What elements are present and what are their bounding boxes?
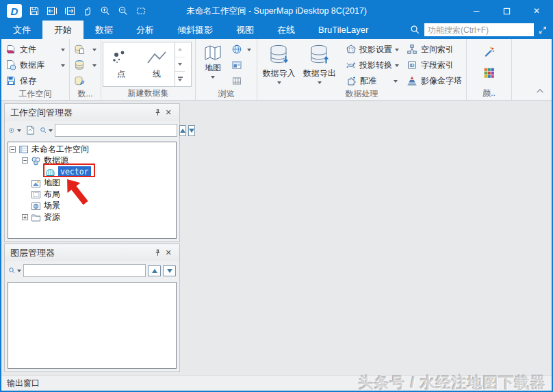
quick-access-toolbar: D: [1, 4, 146, 18]
map-button[interactable]: 地图: [197, 41, 229, 79]
workspace-tree: − 未命名工作空间 − 数据源: [8, 142, 176, 223]
group-workspace: 文件 数据库 保存 工作空间: [1, 39, 70, 100]
point-dataset-icon: [110, 49, 132, 67]
collapse-box[interactable]: −: [22, 157, 28, 164]
projection-convert-button[interactable]: 投影转换: [343, 57, 400, 73]
group-datasets: 数...: [70, 39, 101, 100]
nav-forward-icon: [64, 5, 75, 16]
new-file-datasource-button[interactable]: [71, 42, 99, 57]
dropdown-caret: [61, 64, 65, 67]
layer-search-input[interactable]: [23, 264, 146, 277]
tab-home[interactable]: 开始: [42, 21, 83, 39]
tab-analysis[interactable]: 分析: [125, 21, 166, 39]
nav-forward-button[interactable]: [64, 5, 75, 17]
expand-icon[interactable]: [538, 25, 548, 35]
workspace-panel-titlebar: 工作空间管理器 ✕: [5, 104, 179, 121]
dropdown-caret: [92, 49, 97, 51]
field-index-button[interactable]: ID 字段索引: [404, 57, 465, 73]
projection-convert-icon: [346, 60, 357, 71]
layer-panel-titlebar: 图层管理器 ✕: [5, 244, 179, 261]
spatial-index-button[interactable]: 空间索引: [404, 42, 465, 57]
color-scheme-button[interactable]: [480, 62, 498, 83]
dropdown-caret: [318, 81, 322, 84]
gallery-scroll-down[interactable]: [175, 57, 185, 73]
style-wand-button[interactable]: [480, 42, 498, 62]
expand-box[interactable]: +: [22, 214, 28, 220]
close-panel-icon[interactable]: ✕: [163, 107, 174, 118]
tree-item-workspace-root[interactable]: − 未命名工作空间: [10, 144, 176, 155]
spatial-index-icon: [407, 44, 418, 55]
annotation-highlight-box: [43, 164, 95, 177]
preview-button[interactable]: [25, 125, 36, 137]
save-blue-icon: [5, 75, 17, 87]
datasource-new-icon: [74, 44, 86, 55]
scene-button[interactable]: [229, 42, 254, 57]
tab-file[interactable]: 文件: [1, 21, 42, 39]
move-up-button[interactable]: [179, 125, 186, 136]
magic-wand-icon: [483, 47, 495, 58]
workspace-file-icon: [5, 44, 17, 55]
display-options-button[interactable]: [8, 125, 21, 137]
move-down-button[interactable]: [163, 265, 176, 276]
gallery-expand[interactable]: [175, 72, 185, 86]
database-button[interactable]: 数据库: [3, 57, 68, 73]
function-search-input[interactable]: [424, 23, 534, 36]
gallery-scroll-up[interactable]: [175, 42, 185, 57]
close-button[interactable]: ✕: [522, 1, 552, 21]
move-up-button[interactable]: [148, 265, 161, 276]
tree-item-scenes[interactable]: 场景: [10, 200, 176, 212]
file-button[interactable]: 文件: [3, 42, 68, 57]
datasource-stack-icon: [74, 60, 86, 71]
data-import-button[interactable]: 数据导入: [259, 41, 299, 84]
group-new-dataset: 点 线: [101, 39, 196, 100]
collapse-ribbon-chevron[interactable]: [535, 86, 545, 96]
tab-view[interactable]: 视图: [224, 21, 266, 39]
open-datasource-button[interactable]: [71, 57, 99, 73]
maximize-button[interactable]: [491, 1, 522, 21]
minimize-button[interactable]: ─: [461, 1, 491, 21]
pin-icon[interactable]: [152, 248, 163, 259]
tree-item-resources[interactable]: + 资源: [10, 211, 176, 223]
new-point-dataset-button[interactable]: 点: [103, 42, 139, 86]
save-button[interactable]: [28, 5, 40, 17]
group-label-new-dataset: 新建数据集: [103, 88, 194, 100]
workspace-search-input[interactable]: [55, 124, 177, 137]
projection-settings-button[interactable]: 投影设置: [343, 42, 400, 57]
pan-button[interactable]: [81, 5, 93, 17]
field-index-icon: ID: [407, 60, 418, 71]
register-button[interactable]: 配准: [343, 73, 400, 89]
nav-back-button[interactable]: [46, 5, 57, 17]
attribute-table-button[interactable]: [229, 73, 254, 89]
search-icon: [410, 25, 420, 35]
search-tree-button[interactable]: [40, 125, 53, 137]
tab-brutilelayer[interactable]: BruTileLayer: [307, 21, 380, 39]
save-workspace-button[interactable]: 保存: [3, 73, 68, 89]
full-extent-button[interactable]: [135, 5, 146, 17]
svg-text:ID: ID: [410, 63, 415, 68]
modify-datasource-button[interactable]: [71, 73, 99, 89]
data-export-icon: [308, 44, 331, 66]
nav-back-icon: [47, 5, 57, 16]
tab-data[interactable]: 数据: [83, 21, 125, 39]
tab-online[interactable]: 在线: [266, 21, 307, 39]
group-label-processing: 数据处理: [259, 89, 465, 100]
output-window-label[interactable]: 输出窗口: [7, 378, 40, 389]
statusbar: 输出窗口 头条号 / 水经注地图下载器: [1, 375, 552, 391]
pin-icon[interactable]: [152, 107, 163, 118]
search-layers-button[interactable]: [8, 265, 21, 277]
workspace-tree-container: − 未命名工作空间 − 数据源: [8, 142, 177, 239]
data-export-button[interactable]: 数据导出: [299, 41, 339, 84]
tab-oblique[interactable]: 倾斜摄影: [166, 21, 224, 39]
layer-list-container: [8, 282, 177, 369]
group-label-datasets: 数...: [71, 89, 99, 100]
zoom-in-button[interactable]: [99, 5, 111, 17]
close-panel-icon[interactable]: ✕: [163, 248, 174, 259]
layouts-node-icon: [31, 190, 41, 199]
image-pyramid-button[interactable]: 影像金字塔: [404, 73, 465, 89]
line-dataset-icon: [146, 49, 168, 67]
move-down-button[interactable]: [188, 125, 195, 136]
layout-button[interactable]: [229, 57, 254, 73]
new-line-dataset-button[interactable]: 线: [139, 42, 175, 86]
collapse-box[interactable]: −: [10, 146, 16, 153]
zoom-out-button[interactable]: [117, 5, 129, 17]
